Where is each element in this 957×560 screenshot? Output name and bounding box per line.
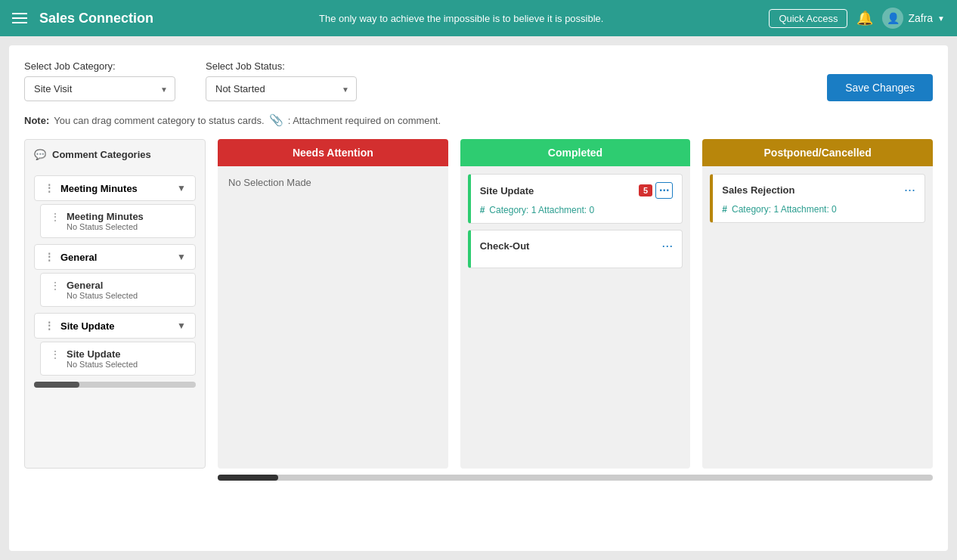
card-more-button[interactable]: ··· — [661, 238, 673, 254]
job-status-select[interactable]: Not Started — [206, 76, 357, 101]
top-controls: Select Job Category: Site Visit Select J… — [24, 60, 933, 101]
note-label: Note: — [24, 115, 49, 126]
navbar-right: Quick Access 🔔 👤 Zafra ▼ — [769, 8, 945, 29]
hash-icon: # — [722, 204, 727, 215]
bottom-scrollbar[interactable] — [24, 475, 933, 481]
job-status-label: Select Job Status: — [206, 60, 357, 72]
note-bar: Note: You can drag comment category to s… — [24, 113, 933, 127]
job-category-group: Select Job Category: Site Visit — [24, 60, 175, 101]
card-meta: # Category: 1 Attachment: 0 — [722, 204, 915, 215]
kanban-area: 💬 Comment Categories ⋮ Meeting Minutes ▼… — [24, 139, 933, 469]
job-category-label: Select Job Category: — [24, 60, 175, 72]
category-child-general[interactable]: ⋮ General No Status Selected — [40, 273, 196, 307]
col-body-needs-attention: No Selection Made — [218, 166, 448, 469]
category-parent-site-update[interactable]: ⋮ Site Update ▼ — [34, 313, 196, 339]
scroll-indicator — [34, 382, 196, 388]
hash-icon: # — [480, 205, 485, 215]
card-title: Site Update — [480, 185, 534, 196]
kanban-columns: Needs Attention No Selection Made Comple… — [218, 139, 933, 469]
kanban-col-needs-attention: Needs Attention No Selection Made — [218, 139, 448, 469]
card-meta: # Category: 1 Attachment: 0 — [480, 205, 674, 215]
drag-handle-icon: ⋮ — [44, 320, 54, 332]
drag-dots-icon: ⋮ — [50, 348, 60, 360]
col-header-completed: Completed — [460, 139, 691, 166]
navbar-tagline: The only way to achieve the impossible i… — [166, 13, 757, 24]
child-status: No Status Selected — [67, 291, 138, 300]
chevron-down-icon: ▼ — [177, 183, 186, 193]
save-changes-button[interactable]: Save Changes — [827, 74, 933, 101]
user-name: Zafra — [908, 12, 933, 24]
kanban-col-postponed: Postponed/Cancelled Sales Rejection ··· … — [702, 139, 933, 469]
job-status-group: Select Job Status: Not Started — [206, 60, 357, 101]
brand-name: Sales Connection — [39, 11, 153, 26]
child-status: No Status Selected — [67, 222, 144, 231]
card-meta-text: Category: 1 Attachment: 0 — [732, 204, 837, 215]
col-header-postponed: Postponed/Cancelled — [702, 139, 933, 166]
job-status-select-wrapper: Not Started — [206, 76, 357, 101]
drag-dots-icon: ⋮ — [50, 280, 60, 292]
user-menu[interactable]: 👤 Zafra ▼ — [882, 8, 945, 29]
categories-title: Comment Categories — [52, 149, 151, 160]
card-site-update: Site Update 5 ··· # Category: 1 Attachme… — [468, 174, 683, 224]
drag-handle-icon: ⋮ — [44, 182, 54, 194]
kanban-col-completed: Completed Site Update 5 ··· # — [460, 139, 691, 469]
no-selection-text: No Selection Made — [225, 174, 441, 191]
category-parent-meeting-minutes[interactable]: ⋮ Meeting Minutes ▼ — [34, 175, 196, 201]
main-content: Select Job Category: Site Visit Select J… — [9, 45, 948, 551]
categories-header: 💬 Comment Categories — [34, 149, 196, 166]
drag-handle-icon: ⋮ — [44, 251, 54, 263]
col-body-postponed: Sales Rejection ··· # Category: 1 Attach… — [702, 166, 933, 469]
col-body-completed: Site Update 5 ··· # Category: 1 Attachme… — [460, 166, 691, 469]
category-child-meeting-minutes[interactable]: ⋮ Meeting Minutes No Status Selected — [40, 204, 196, 238]
avatar: 👤 — [882, 8, 903, 29]
col-header-needs-attention: Needs Attention — [218, 139, 448, 166]
paperclip-icon: 📎 — [269, 113, 283, 127]
child-name: Site Update — [67, 348, 138, 360]
job-category-select[interactable]: Site Visit — [24, 76, 175, 101]
card-title: Sales Rejection — [722, 184, 794, 196]
chevron-down-icon: ▼ — [937, 14, 945, 23]
child-name: Meeting Minutes — [67, 211, 144, 222]
category-parent-general[interactable]: ⋮ General ▼ — [34, 244, 196, 270]
attachment-note: : Attachment required on comment. — [288, 115, 441, 126]
chat-icon: 💬 — [34, 149, 46, 160]
categories-column: 💬 Comment Categories ⋮ Meeting Minutes ▼… — [24, 139, 206, 469]
quick-access-button[interactable]: Quick Access — [769, 9, 847, 28]
bell-icon[interactable]: 🔔 — [856, 10, 873, 26]
child-name: General — [67, 280, 138, 291]
chevron-down-icon: ▼ — [177, 320, 186, 331]
card-badge: 5 — [639, 184, 652, 196]
note-text: You can drag comment category to status … — [54, 115, 264, 126]
navbar: Sales Connection The only way to achieve… — [0, 0, 957, 36]
category-group-meeting-minutes: ⋮ Meeting Minutes ▼ ⋮ Meeting Minutes No… — [34, 175, 196, 238]
card-more-button[interactable]: ··· — [904, 182, 915, 198]
chevron-down-icon: ▼ — [177, 252, 186, 262]
category-parent-label: Meeting Minutes — [60, 183, 138, 194]
job-category-select-wrapper: Site Visit — [24, 76, 175, 101]
card-check-out: Check-Out ··· — [468, 230, 683, 268]
card-title: Check-Out — [480, 240, 530, 252]
category-group-general: ⋮ General ▼ ⋮ General No Status Selected — [34, 244, 196, 307]
card-more-button[interactable]: ··· — [655, 182, 673, 199]
child-status: No Status Selected — [67, 360, 138, 369]
category-child-site-update[interactable]: ⋮ Site Update No Status Selected — [40, 342, 196, 376]
drag-dots-icon: ⋮ — [50, 211, 60, 223]
category-parent-label: General — [60, 252, 97, 263]
card-meta-text: Category: 1 Attachment: 0 — [489, 205, 594, 215]
card-sales-rejection: Sales Rejection ··· # Category: 1 Attach… — [710, 174, 925, 223]
category-parent-label: Site Update — [60, 320, 115, 332]
hamburger-menu[interactable] — [12, 13, 27, 23]
category-group-site-update: ⋮ Site Update ▼ ⋮ Site Update No Status … — [34, 313, 196, 376]
